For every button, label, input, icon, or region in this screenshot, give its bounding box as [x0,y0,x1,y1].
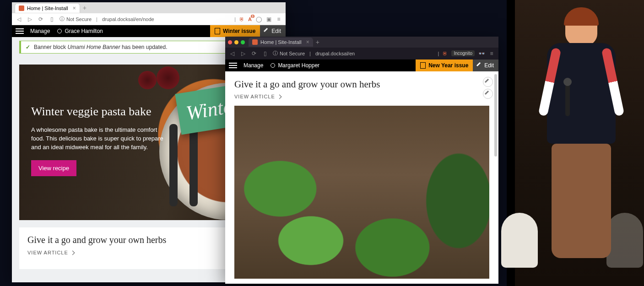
fork-graphic [169,124,178,206]
bookmark-icon[interactable]: ▯ [262,50,268,57]
hero-body: A wholesome pasta bake is the ultimate c… [31,126,168,152]
nav-back-icon[interactable]: ◁ [229,50,235,57]
user-link[interactable]: Grace Hamilton [54,25,106,37]
security-label: Not Secure [280,51,305,56]
view-recipe-button[interactable]: View recipe [31,160,76,176]
user-icon [57,29,62,33]
address-bar: ◁ ▷ ⟳ ▯ ⓘ Not Secure | drupal.docksal/en… [225,48,498,59]
favicon-icon [19,5,24,11]
workspace-switcher[interactable]: Winter issue [210,25,260,37]
user-link[interactable]: Margaret Hopper [267,59,323,71]
incognito-badge: Incognito [451,50,475,56]
nav-reload-icon[interactable]: ⟳ [251,50,257,57]
hero-title: Winter veggie pasta bake [31,105,168,119]
chevron-right-icon [278,94,281,99]
workspace-icon [215,28,220,34]
minimize-window-icon[interactable] [234,40,238,44]
tomato-graphic [138,71,157,89]
close-window-icon[interactable] [228,40,232,44]
tab-bar: Home | Site-Install × + [12,2,286,13]
herbs-image [234,106,489,279]
check-icon: ✓ [26,44,30,50]
browser-window-right: Home | Site-Install × + ◁ ▷ ⟳ ▯ ⓘ Not Se… [225,37,498,284]
pencil-icon [476,62,483,69]
menu-icon[interactable]: ≡ [276,16,282,22]
hamburger-icon[interactable] [229,63,237,68]
manage-link[interactable]: Manage [240,59,267,71]
favicon-icon [252,39,258,45]
address-bar: ◁ ▷ ⟳ ▯ ⓘ Not Secure | drupal.docksal/en… [12,13,286,25]
workspace-icon [420,62,426,69]
pencil-icon [485,79,491,85]
spoon-graphic [189,124,198,206]
extension-icon[interactable]: ◯ [255,16,262,22]
security-label: Not Secure [66,16,92,22]
brave-shield-icon[interactable]: ⛨ [443,51,448,56]
window-controls[interactable] [228,40,245,44]
user-name: Grace Hamilton [65,28,103,34]
menu-icon[interactable]: ≡ [488,50,495,57]
nav-back-icon[interactable]: ◁ [16,16,22,22]
bookmark-icon[interactable]: ▯ [49,16,55,22]
tomato-graphic [157,66,179,89]
nav-reload-icon[interactable]: ⟳ [38,16,44,22]
workspace-label: Winter issue [223,28,255,34]
workspace-switcher[interactable]: New Year issue [416,59,473,71]
microphone-graphic [565,84,570,116]
info-icon: ⓘ [273,50,278,57]
article-card: Give it a go and grow your own herbs VIE… [225,71,498,99]
tab-bar: Home | Site-Install × + [225,37,498,48]
scrollbar[interactable] [494,74,497,156]
hamburger-icon[interactable] [16,28,24,34]
view-article-link[interactable]: VIEW ARTICLE [234,94,489,99]
pencil-icon [485,91,491,97]
edit-button[interactable]: Edit [473,59,498,71]
brave-shield-icon[interactable]: ⛨ [239,16,244,22]
article-title: Give it a go and grow your own herbs [234,79,489,90]
new-tab-button[interactable]: + [316,38,319,46]
nav-forward-icon[interactable]: ▷ [240,50,246,57]
workspace-label: New Year issue [428,62,468,69]
url-text[interactable]: drupal.docksal/en [315,51,355,56]
close-tab-icon[interactable]: × [306,39,309,45]
pencil-icon [264,28,270,34]
presenter-photo [515,0,644,286]
chevron-right-icon [71,250,74,255]
drupal-admin-toolbar: Manage Margaret Hopper New Year issue Ed… [225,59,498,71]
separator: | [96,16,97,22]
incognito-icon: 👓 [478,50,485,57]
edit-button[interactable]: Edit [260,25,286,37]
new-tab-button[interactable]: + [83,4,87,11]
contextual-edit-button[interactable] [483,77,493,87]
security-indicator[interactable]: ⓘ Not Secure [60,16,92,22]
drupal-admin-toolbar: Manage Grace Hamilton Winter issue Edit [12,25,286,37]
close-tab-icon[interactable]: × [73,5,76,11]
tab-title: Home | Site-Install [260,39,302,45]
info-icon: ⓘ [60,16,65,22]
manage-link[interactable]: Manage [27,25,54,37]
browser-tab[interactable]: Home | Site-Install × [15,3,80,13]
url-text[interactable]: drupal.docksal/en/node [102,16,154,22]
extension-badge[interactable]: A0 [248,16,252,22]
user-icon [271,63,275,68]
maximize-window-icon[interactable] [241,40,245,44]
tab-title: Home | Site-Install [27,5,68,11]
user-name: Margaret Hopper [278,62,319,69]
devices-icon[interactable]: ▣ [265,16,272,22]
page-content: Give it a go and grow your own herbs VIE… [225,71,498,284]
browser-tab[interactable]: Home | Site-Install × [249,38,313,47]
contextual-edit-button[interactable] [483,89,493,99]
security-indicator[interactable]: ⓘ Not Secure [273,50,305,57]
nav-forward-icon[interactable]: ▷ [27,16,33,22]
